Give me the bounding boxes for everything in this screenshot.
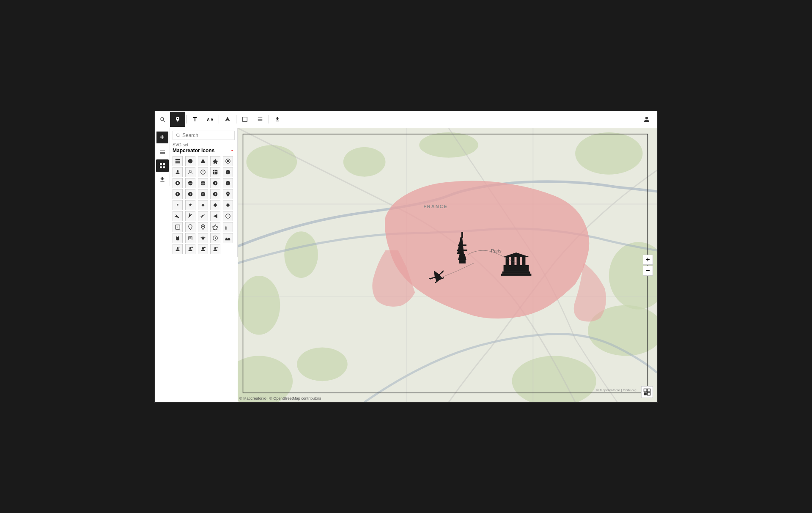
tool-text[interactable]: T (187, 112, 203, 127)
icon-cell[interactable] (173, 167, 183, 177)
icon-cell[interactable] (185, 222, 195, 232)
icon-cell[interactable] (173, 211, 183, 221)
svg-marker-19 (212, 159, 218, 164)
svg-set-label: SVG set (173, 143, 235, 147)
icon-cell[interactable] (210, 200, 220, 210)
tool-region[interactable] (237, 112, 252, 127)
icon-cell[interactable] (210, 211, 220, 221)
svg-point-22 (177, 170, 179, 172)
tool-select[interactable] (155, 112, 170, 127)
svg-rect-103 (647, 389, 650, 392)
icon-cell[interactable] (198, 156, 208, 166)
icon-cell[interactable] (210, 222, 220, 232)
svg-rect-96 (522, 257, 525, 266)
icon-cell[interactable] (185, 233, 195, 243)
svg-point-81 (343, 147, 386, 176)
icon-cell[interactable] (210, 178, 220, 188)
svg-point-66 (189, 247, 191, 249)
icon-cell[interactable] (198, 233, 208, 243)
sidebar-layers[interactable] (156, 146, 169, 159)
sidebar-icons[interactable] (156, 159, 169, 172)
svg-rect-88 (459, 260, 466, 263)
svg-point-0 (645, 117, 648, 119)
chevron-down-icon[interactable] (230, 148, 235, 153)
icon-cell[interactable] (223, 156, 233, 166)
icon-cell[interactable] (210, 167, 220, 177)
zoom-out-button[interactable]: − (643, 266, 653, 276)
icon-cell[interactable]: 3 (210, 189, 220, 199)
zoom-in-button[interactable]: + (643, 255, 653, 265)
icon-cell[interactable]: i (223, 178, 233, 188)
icon-cell[interactable] (185, 178, 195, 188)
icon-cell[interactable] (223, 233, 233, 243)
svg-point-56 (202, 225, 203, 227)
svg-rect-15 (176, 160, 180, 161)
sidebar: + (155, 128, 170, 186)
tool-marker[interactable] (170, 112, 185, 127)
icon-cell[interactable] (198, 222, 208, 232)
icon-cell[interactable] (185, 167, 195, 177)
svg-text:1: 1 (189, 193, 191, 195)
svg-marker-57 (212, 225, 218, 230)
sidebar-download[interactable] (156, 173, 169, 186)
icon-cell[interactable]: i (223, 167, 233, 177)
svg-point-74 (575, 132, 643, 174)
svg-rect-58 (225, 227, 226, 230)
icon-cell[interactable] (185, 156, 195, 166)
icon-cell[interactable] (223, 189, 233, 199)
svg-point-70 (214, 247, 217, 249)
map-area[interactable]: FRANCE Paris (238, 128, 657, 402)
svg-marker-51 (214, 214, 217, 218)
icon-cell[interactable] (223, 200, 233, 210)
icon-cell[interactable] (223, 222, 233, 232)
icon-cell[interactable]: # (173, 200, 183, 210)
svg-rect-104 (644, 392, 647, 395)
icon-cell[interactable] (173, 178, 183, 188)
svg-point-26 (203, 173, 203, 173)
icon-cell[interactable] (210, 156, 220, 166)
icon-cell[interactable] (185, 211, 195, 221)
svg-rect-9 (163, 163, 165, 165)
icon-cell[interactable] (210, 244, 220, 254)
icon-cell[interactable] (198, 167, 208, 177)
svg-set-title: Mapcreator Icons (173, 148, 235, 154)
icon-cell[interactable] (185, 244, 195, 254)
svg-point-68 (202, 247, 204, 249)
svg-rect-4 (243, 117, 247, 122)
icon-cell[interactable]: 1 (185, 189, 195, 199)
icon-cell[interactable] (198, 244, 208, 254)
icon-cell[interactable] (185, 200, 195, 210)
tool-export[interactable] (270, 112, 285, 127)
svg-point-83 (284, 231, 318, 278)
icon-cell[interactable] (173, 233, 183, 243)
add-button[interactable]: + (156, 132, 168, 143)
icon-cell[interactable]: P (173, 189, 183, 199)
icon-cell[interactable] (173, 244, 183, 254)
svg-rect-105 (647, 392, 650, 395)
icon-cell[interactable]: i (223, 211, 233, 221)
separator-2 (219, 115, 219, 123)
svg-point-23 (189, 170, 191, 172)
svg-point-73 (246, 145, 297, 178)
svg-text:3: 3 (215, 193, 216, 195)
tool-path[interactable]: ∧∨ (203, 112, 218, 127)
icon-cell[interactable] (198, 200, 208, 210)
user-icon[interactable] (643, 115, 650, 125)
tool-lines[interactable] (252, 112, 268, 127)
icon-cell[interactable]: i (173, 222, 183, 232)
separator-4 (269, 115, 269, 123)
svg-rect-98 (502, 271, 530, 273)
canvas-overlay-button[interactable] (641, 386, 653, 398)
tool-arrow[interactable] (220, 112, 235, 127)
search-input[interactable] (182, 132, 232, 138)
svg-marker-18 (200, 159, 206, 163)
icon-cell[interactable] (198, 211, 208, 221)
svg-point-33 (177, 182, 179, 184)
icon-cell[interactable]: 2 (198, 189, 208, 199)
svg-text:#: # (177, 203, 178, 206)
svg-text:2: 2 (202, 193, 203, 195)
icon-cell[interactable] (198, 178, 208, 188)
icon-search-box[interactable] (173, 131, 235, 140)
icon-cell[interactable] (173, 156, 183, 166)
icon-cell[interactable] (210, 233, 220, 243)
